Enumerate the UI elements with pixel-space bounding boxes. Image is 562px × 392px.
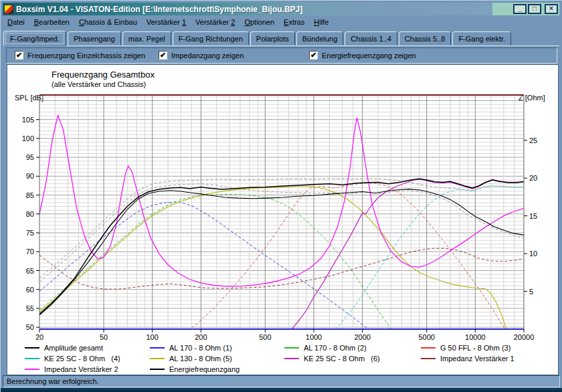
menu-bar: DateiBearbeitenChassis & EinbauVerstärke… [3, 16, 560, 28]
tab-max-pegel[interactable]: max. Pegel [122, 31, 171, 45]
legend-color-line [421, 358, 436, 359]
tab-bar: F-Gang/Imped.Phasengangmax. PegelF-Gang … [3, 29, 559, 46]
tab-polarplots[interactable]: Polarplots [250, 31, 295, 45]
y-left-tick-label: 65 [26, 267, 34, 275]
y-left-tick-label: 60 [26, 286, 34, 294]
menu-item-hilfe[interactable]: Hilfe [309, 17, 333, 27]
y-right-tick-label: 10 [529, 250, 537, 258]
checkbox-label-0: Frequenzgang Einzelchassis zeigen [27, 52, 145, 60]
status-bar: Berechnung war erfolgreich. [3, 375, 560, 387]
legend-item-amplitude-gesamt: Amplitude gesamt [25, 343, 103, 353]
menu-item-verst-rker-2[interactable]: Verstärker 2 [191, 17, 240, 27]
checkbox-label-1: Impedanzgang zeigen [171, 52, 244, 60]
y-left-tick-label: 70 [26, 248, 34, 256]
series-al-130-8-ohm-5- [39, 186, 507, 332]
series-ke-25-sc-8-ohm-6- [289, 179, 524, 333]
y-right-tick-label: 5 [529, 288, 533, 296]
close-button[interactable]: × [545, 4, 558, 14]
legend-label: AL 130 - 8 Ohm (5) [169, 355, 232, 363]
legend-item-impedanz-verst-rker-1: Impedanz Verstärker 1 [421, 354, 514, 363]
menu-item-verst-rker-1[interactable]: Verstärker 1 [142, 17, 191, 27]
y-left-tick-label: 80 [26, 210, 34, 218]
y-right-tick-label: 20 [529, 174, 537, 182]
legend-label: KE 25 SC - 8 Ohm (6) [304, 355, 380, 363]
checkbox-row-2: ✔Energiefrequenzgang zeigen [309, 51, 416, 60]
legend-item-al-170-8-ohm-1-: AL 170 - 8 Ohm (1) [150, 343, 232, 353]
tab-phasengang[interactable]: Phasengang [68, 31, 121, 45]
title-bar[interactable]: Boxsim V1.04 - VISATON-Edition [E:\Inter… [3, 3, 560, 15]
y-left-tick-label: 90 [26, 172, 34, 180]
legend-item-impedanz-verst-rker-2: Impedanz Verstärker 2 [25, 365, 118, 374]
app-window: Boxsim V1.04 - VISATON-Edition [E:\Inter… [0, 0, 562, 392]
x-tick-label: 50 [100, 333, 108, 341]
legend-item-al-130-8-ohm-5-: AL 130 - 8 Ohm (5) [150, 354, 232, 363]
legend-item-g-50-ffl-8-ohm-3-: G 50 FFL - 8 Ohm (3) [421, 343, 510, 353]
legend-label: AL 170 - 8 Ohm (1) [169, 344, 232, 352]
y-left-tick-label: 95 [26, 153, 34, 161]
x-tick-label: 20 [35, 333, 43, 341]
checkbox-0[interactable]: ✔ [15, 51, 23, 60]
status-text: Berechnung war erfolgreich. [7, 377, 99, 385]
y-right-tick-label: 25 [529, 136, 537, 144]
x-tick-label: 1000 [306, 333, 322, 341]
window-bottom-edge [1, 388, 562, 392]
minimize-button[interactable]: _ [513, 4, 527, 14]
legend-label: G 50 FFL - 8 Ohm (3) [440, 344, 510, 352]
legend-item-ke-25-sc-8-ohm-6-: KE 25 SC - 8 Ohm (6) [284, 354, 380, 363]
legend-color-line [421, 347, 436, 349]
x-tick-label: 100 [147, 333, 159, 341]
menu-item-chassis-einbau[interactable]: Chassis & Einbau [74, 17, 142, 27]
x-tick-label: 500 [259, 333, 271, 341]
checkbox-row-1: ✔Impedanzgang zeigen [159, 51, 244, 60]
tab-b-ndelung[interactable]: Bündelung [296, 31, 344, 45]
tab-f-gang-elektr-[interactable]: F-Gang elektr. [452, 31, 511, 45]
legend-label: Impedanz Verstärker 1 [440, 355, 514, 363]
maximize-button[interactable]: □ [528, 4, 541, 14]
y-left-tick-label: 55 [26, 304, 34, 312]
legend-item-energiefrequenzgang: Energiefrequenzgang [150, 365, 240, 374]
menu-item-optionen[interactable]: Optionen [240, 17, 279, 27]
x-tick-label: 10000 [465, 333, 486, 341]
series-energiefrequenzgang [39, 189, 524, 316]
series-impedanz-verst-rker-1 [39, 248, 524, 289]
app-icon [4, 5, 13, 14]
frequency-response-chart: 5055606570758085909510010551015202520501… [7, 65, 558, 375]
menu-item-datei[interactable]: Datei [3, 17, 29, 27]
y-left-tick-label: 75 [26, 229, 34, 237]
tab-f-gang-richtungen[interactable]: F-Gang Richtungen [173, 31, 249, 45]
checkbox-2[interactable]: ✔ [309, 51, 318, 60]
legend-label: KE 25 SC - 8 Ohm (4) [44, 355, 120, 363]
legend-color-line [25, 347, 39, 349]
menu-item-extras[interactable]: Extras [279, 17, 309, 27]
series-impedanz-verst-rker-2 [39, 116, 524, 287]
legend-label: Amplitude gesamt [44, 344, 103, 352]
legend-label: Impedanz Verstärker 2 [44, 365, 118, 373]
x-tick-label: 200 [195, 333, 207, 341]
legend-color-line [150, 358, 165, 359]
legend-label: Energiefrequenzgang [169, 365, 240, 373]
y-right-tick-label: 15 [529, 212, 537, 220]
legend-color-line [25, 369, 39, 370]
legend-color-line [25, 358, 39, 359]
window-button-panel: _ □ × [492, 3, 559, 15]
legend-item-al-170-8-ohm-2-: AL 170 - 8 Ohm (2) [284, 343, 367, 353]
tab-chassis-1-4[interactable]: Chassis 1..4 [345, 31, 397, 45]
legend-color-line [284, 358, 299, 359]
legend-label: AL 170 - 8 Ohm (2) [304, 344, 367, 352]
tab-chassis-5-8[interactable]: Chassis 5..8 [399, 31, 452, 45]
x-tick-label: 2000 [354, 333, 370, 341]
tab-f-gang-imped-[interactable]: F-Gang/Imped. [3, 31, 66, 46]
y-left-tick-label: 50 [26, 323, 34, 331]
legend-item-ke-25-sc-8-ohm-4-: KE 25 SC - 8 Ohm (4) [25, 354, 120, 363]
chart-panel: Frequenzgang Gesamtbox (alle Verstärker … [7, 64, 559, 375]
checkbox-label-2: Energiefrequenzgang zeigen [322, 52, 416, 60]
x-tick-label: 20000 [514, 333, 535, 341]
legend-color-line [284, 347, 299, 349]
x-tick-label: 5000 [418, 333, 434, 341]
checkbox-1[interactable]: ✔ [159, 51, 167, 60]
menu-item-bearbeiten[interactable]: Bearbeiten [29, 17, 74, 27]
window-title: Boxsim V1.04 - VISATON-Edition [E:\Inter… [16, 5, 302, 14]
legend-color-line [150, 347, 165, 349]
legend-color-line [150, 369, 165, 370]
y-left-tick-label: 85 [26, 191, 34, 199]
